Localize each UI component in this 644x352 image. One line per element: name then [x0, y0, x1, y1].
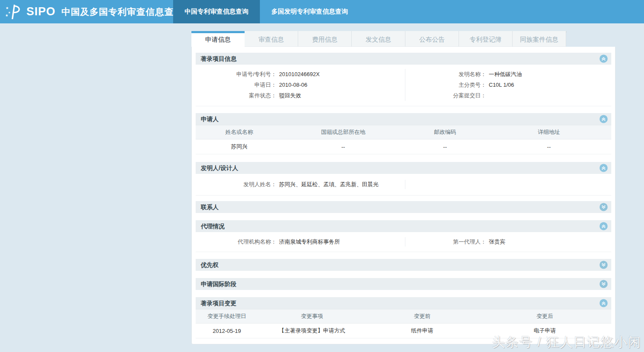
field-value: 张贵宾	[489, 238, 505, 245]
field-label: 案件状态：	[196, 90, 276, 101]
applicant-table: 姓名或名称 国籍或总部所在地 邮政编码 详细地址 苏同兴 -- -- --	[196, 125, 611, 154]
nav-item-china-patent[interactable]: 中国专利审查信息查询	[173, 0, 260, 23]
cell-before-change: 纸件申请	[366, 324, 479, 338]
content-panel: 申请信息 审查信息 费用信息 发文信息 公布公告 专利登记簿 同族案件信息 著录…	[191, 31, 616, 344]
section-title: 著录项目变更	[201, 300, 237, 307]
field-label: 发明人姓名：	[196, 180, 276, 189]
field-inventor-names: 发明人姓名：苏同兴、延廷松、孟瑱、孟兆新、田晨光	[196, 180, 405, 189]
tab-application-info[interactable]: 申请信息	[191, 31, 245, 47]
field-label: 分案提交日：	[405, 90, 486, 101]
col-address: 详细地址	[487, 125, 611, 139]
field-application-number: 申请号/专利号：201010246692X	[196, 69, 405, 79]
section-title: 著录项目信息	[201, 55, 237, 62]
tab-label: 公布公告	[419, 36, 445, 44]
section-title: 优先权	[201, 261, 219, 268]
chevron-double-up-icon[interactable]	[599, 299, 608, 307]
tab-fee-info[interactable]: 费用信息	[298, 31, 352, 47]
section-header: 代理情况	[196, 220, 611, 232]
section-applicant: 申请人 姓名或名称 国籍或总部所在地 邮政编码 详细地址	[196, 113, 611, 154]
col-name: 姓名或名称	[196, 125, 283, 139]
chevron-double-down-icon[interactable]	[599, 280, 608, 288]
field-label: 发明名称：	[405, 69, 486, 79]
section-header: 联系人	[196, 201, 611, 213]
section-international-phase: 申请国际阶段	[196, 278, 611, 290]
chevron-double-up-icon[interactable]	[599, 54, 608, 63]
cell-address: --	[487, 139, 611, 154]
field-application-date: 申请日：2010-08-06	[196, 79, 405, 90]
field-divisional-date: 分案提交日：	[405, 90, 611, 101]
cell-nationality: --	[283, 139, 403, 154]
tab-examination-info[interactable]: 审查信息	[245, 31, 298, 47]
tab-patent-register[interactable]: 专利登记簿	[459, 31, 513, 47]
section-agency: 代理情况 代理机构名称：济南泉城专利商标事务所 第一代理人：张贵宾	[196, 220, 611, 252]
field-label: 申请日：	[196, 79, 276, 90]
chevron-double-up-icon[interactable]	[599, 115, 608, 123]
field-agency-name: 代理机构名称：济南泉城专利商标事务所	[196, 237, 405, 247]
field-value: 2010-08-06	[279, 82, 308, 88]
app-title: 中国及多国专利审查信息查询	[62, 6, 183, 18]
section-header: 发明人/设计人	[196, 162, 611, 174]
cell-change-date: 2012-05-19	[196, 324, 258, 338]
chevron-double-up-icon[interactable]	[599, 164, 608, 172]
table-row: 苏同兴 -- -- --	[196, 139, 611, 154]
brand-area: SIPO 中国及多国专利审查信息查询	[0, 0, 173, 23]
empty-column	[405, 180, 611, 189]
cell-after-change: 电子申请	[478, 324, 611, 338]
field-value: 济南泉城专利商标事务所	[279, 238, 340, 245]
section-header: 申请人	[196, 113, 611, 125]
table-row: 2012-05-19 【主著录项变更】申请方式 纸件申请 电子申请	[196, 324, 611, 338]
tab-label: 审查信息	[259, 36, 284, 44]
field-label: 第一代理人：	[405, 237, 486, 247]
field-main-classification: 主分类号：C10L 1/06	[405, 79, 611, 90]
table-header-row: 姓名或名称 国籍或总部所在地 邮政编码 详细地址	[196, 125, 611, 139]
col-nationality: 国籍或总部所在地	[283, 125, 403, 139]
section-title: 申请人	[201, 116, 219, 122]
col-postal-code: 邮政编码	[403, 125, 486, 139]
tab-family-cases[interactable]: 同族案件信息	[513, 31, 566, 47]
section-title: 代理情况	[201, 223, 225, 230]
tab-label: 专利登记簿	[470, 36, 502, 44]
tab-label: 同族案件信息	[520, 36, 559, 44]
field-case-status: 案件状态：驳回失效	[196, 90, 405, 101]
tab-issued-documents[interactable]: 发文信息	[352, 31, 405, 47]
primary-nav: 中国专利审查信息查询 多国发明专利审查信息查询	[173, 0, 359, 23]
section-body: 发明人姓名：苏同兴、延廷松、孟瑱、孟兆新、田晨光	[196, 174, 611, 196]
brand-text: SIPO	[26, 5, 56, 18]
top-header-bar: SIPO 中国及多国专利审查信息查询 中国专利审查信息查询 多国发明专利审查信息…	[0, 0, 644, 23]
tab-content: 著录项目信息 申请号/专利号：201010246692X 申请日：2010-08…	[191, 47, 616, 344]
cell-name: 苏同兴	[196, 139, 283, 154]
field-value: 驳回失效	[279, 92, 301, 99]
field-value: 一种低碳汽油	[489, 71, 522, 77]
field-label: 申请号/专利号：	[196, 69, 276, 79]
cell-change-item: 【主著录项变更】申请方式	[258, 324, 366, 338]
detail-tab-bar: 申请信息 审查信息 费用信息 发文信息 公布公告 专利登记簿 同族案件信息	[191, 31, 567, 47]
field-value: 苏同兴、延廷松、孟瑱、孟兆新、田晨光	[279, 181, 379, 187]
section-inventors: 发明人/设计人 发明人姓名：苏同兴、延廷松、孟瑱、孟兆新、田晨光	[196, 162, 611, 196]
tab-label: 申请信息	[205, 36, 231, 44]
col-after-change: 变更后	[478, 309, 611, 324]
tab-publication[interactable]: 公布公告	[405, 31, 459, 47]
col-change-date: 变更手续处理日	[196, 309, 258, 324]
section-header: 优先权	[196, 259, 611, 271]
section-header: 著录项目变更	[196, 297, 611, 309]
section-header: 著录项目信息	[196, 53, 611, 65]
tab-label: 发文信息	[366, 36, 391, 44]
col-before-change: 变更前	[366, 309, 479, 324]
chevron-double-up-icon[interactable]	[599, 222, 608, 230]
field-label: 主分类号：	[405, 79, 486, 90]
section-bibliographic-info: 著录项目信息 申请号/专利号：201010246692X 申请日：2010-08…	[196, 53, 611, 106]
section-title: 发明人/设计人	[201, 165, 238, 171]
section-bibliographic-changes: 著录项目变更 变更手续处理日 变更事项 变更前 变更后	[196, 297, 611, 338]
chevron-double-down-icon[interactable]	[599, 261, 608, 269]
section-body: 申请号/专利号：201010246692X 申请日：2010-08-06 案件状…	[196, 65, 611, 106]
chevron-double-down-icon[interactable]	[599, 203, 608, 211]
table-header-row: 变更手续处理日 变更事项 变更前 变更后	[196, 309, 611, 324]
nav-item-multi-country[interactable]: 多国发明专利审查信息查询	[260, 0, 359, 23]
section-priority: 优先权	[196, 259, 611, 271]
field-label: 代理机构名称：	[196, 237, 276, 247]
tab-label: 费用信息	[312, 36, 338, 44]
col-change-item: 变更事项	[258, 309, 366, 324]
field-first-agent: 第一代理人：张贵宾	[405, 237, 611, 247]
section-contact: 联系人	[196, 201, 611, 213]
section-title: 联系人	[201, 204, 219, 210]
